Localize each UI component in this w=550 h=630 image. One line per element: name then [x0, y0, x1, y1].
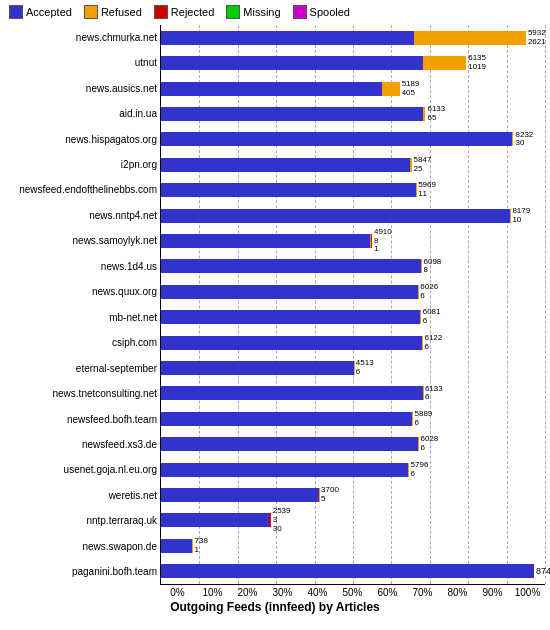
grid-line: [545, 25, 546, 584]
bar-row: 2539 3 30: [161, 510, 545, 530]
x-axis-label: 60%: [370, 587, 405, 598]
bar-row: 6081 6: [161, 307, 545, 327]
bar-value: 6098 8: [424, 258, 442, 276]
bar-value: 738 1: [195, 537, 208, 555]
refused-bar: [423, 56, 466, 70]
bar-row: 5969 11: [161, 180, 545, 200]
chart-container: Accepted Refused Rejected Missing Spoole…: [0, 0, 550, 630]
y-label: weretis.net: [5, 486, 157, 506]
accepted-bar: [161, 564, 534, 578]
bar-rows: 5932 26216135 10195189 4056133 658232 30…: [161, 25, 545, 584]
y-label: news.1d4.us: [5, 257, 157, 277]
y-label: news.ausics.net: [5, 79, 157, 99]
bar-value: 6135 1019: [468, 54, 486, 72]
y-label: nntp.terraraq.uk: [5, 511, 157, 531]
x-axis-label: 10%: [195, 587, 230, 598]
x-axis-labels: 0%10%20%30%40%50%60%70%80%90%100%: [5, 587, 545, 598]
missing-swatch: [226, 5, 240, 19]
bar-row: 4910 8 1: [161, 231, 545, 251]
accepted-bar: [161, 31, 414, 45]
accepted-bar: [161, 285, 418, 299]
accepted-label: Accepted: [26, 6, 72, 18]
bar-value: 5969 11: [418, 181, 436, 199]
bar-row: 5796 6: [161, 460, 545, 480]
y-label: newsfeed.endofthelinebbs.com: [5, 180, 157, 200]
x-axis-label: 80%: [440, 587, 475, 598]
y-label: newsfeed.bofh.team: [5, 410, 157, 430]
x-axis-label: 90%: [475, 587, 510, 598]
bar-value: 5189 405: [402, 80, 420, 98]
y-label: news.nntp4.net: [5, 206, 157, 226]
y-label: i2pn.org: [5, 155, 157, 175]
bar-value: 4513 6: [356, 359, 374, 377]
bar-row: 8179 10: [161, 206, 545, 226]
spooled-swatch: [293, 5, 307, 19]
y-label: eternal-september: [5, 359, 157, 379]
refused-bar: [414, 31, 526, 45]
bar-row: 738 1: [161, 536, 545, 556]
bar-value: 6133 6: [425, 385, 443, 403]
accepted-bar: [161, 209, 510, 223]
bar-value: 2539 3 30: [273, 507, 291, 533]
bar-row: 6028 6: [161, 434, 545, 454]
bar-value: 8179 10: [512, 207, 530, 225]
bar-row: 6133 6: [161, 383, 545, 403]
accepted-bar: [161, 361, 354, 375]
accepted-bar: [161, 463, 408, 477]
y-label: news.hispagatos.org: [5, 130, 157, 150]
x-axis-label: 50%: [335, 587, 370, 598]
refused-bar: [423, 107, 426, 121]
legend-missing: Missing: [226, 5, 280, 19]
y-labels: news.chmurka.netutnutnews.ausics.netaid.…: [5, 25, 160, 585]
rejected-label: Rejected: [171, 6, 214, 18]
bar-row: 6133 65: [161, 104, 545, 124]
accepted-bar: [161, 386, 423, 400]
bar-row: 5189 405: [161, 79, 545, 99]
accepted-bar: [161, 488, 319, 502]
x-axis-label: 100%: [510, 587, 545, 598]
y-label: news.samoylyk.net: [5, 231, 157, 251]
refused-bar: [410, 158, 411, 172]
bars-area: 5932 26216135 10195189 4056133 658232 30…: [160, 25, 545, 585]
accepted-bar: [161, 513, 269, 527]
y-label: news.chmurka.net: [5, 28, 157, 48]
refused-bar: [512, 132, 513, 146]
y-label: utnut: [5, 53, 157, 73]
x-axis-label: 20%: [230, 587, 265, 598]
bar-value: 5796 6: [411, 461, 429, 479]
bar-value: 5932 2621: [528, 29, 546, 47]
accepted-bar: [161, 183, 416, 197]
accepted-bar: [161, 412, 412, 426]
legend-refused: Refused: [84, 5, 142, 19]
bar-row: 6026 6: [161, 282, 545, 302]
x-axis-label: 0%: [160, 587, 195, 598]
y-label: news.tnetconsulting.net: [5, 384, 157, 404]
bar-value: 6122 6: [424, 334, 442, 352]
y-label: newsfeed.xs3.de: [5, 435, 157, 455]
bar-value: 6028 6: [420, 435, 438, 453]
accepted-bar: [161, 234, 370, 248]
rejected-bar: [371, 234, 372, 248]
missing-label: Missing: [243, 6, 280, 18]
x-axis-label: 70%: [405, 587, 440, 598]
bar-row: 4513 6: [161, 358, 545, 378]
refused-swatch: [84, 5, 98, 19]
accepted-bar: [161, 132, 512, 146]
bar-value: 5847 25: [414, 156, 432, 174]
accepted-bar: [161, 259, 421, 273]
refused-bar: [382, 82, 399, 96]
accepted-bar: [161, 56, 423, 70]
legend: Accepted Refused Rejected Missing Spoole…: [5, 5, 545, 19]
bar-row: 6122 6: [161, 333, 545, 353]
y-label: news.quux.org: [5, 282, 157, 302]
x-axis-label: 30%: [265, 587, 300, 598]
accepted-bar: [161, 437, 418, 451]
rejected-swatch: [154, 5, 168, 19]
y-label: mb-net.net: [5, 308, 157, 328]
bar-value: 4910 8 1: [374, 228, 392, 254]
refused-label: Refused: [101, 6, 142, 18]
legend-spooled: Spooled: [293, 5, 350, 19]
bar-value: 5889 6: [415, 410, 433, 428]
bar-row: 5889 6: [161, 409, 545, 429]
spooled-label: Spooled: [310, 6, 350, 18]
